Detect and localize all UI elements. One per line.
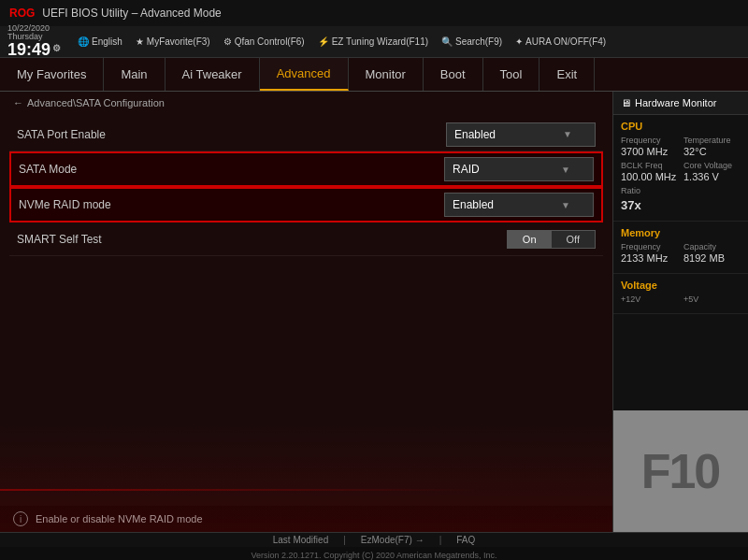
- nav-boot[interactable]: Boot: [424, 58, 483, 91]
- hw-cpu-temp: Temperature 32°C: [683, 136, 741, 158]
- hw-core-voltage-label: Core Voltage: [683, 161, 741, 171]
- hw-ratio: Ratio 37x: [621, 186, 741, 212]
- hw-cpu-temp-label: Temperature: [683, 136, 741, 146]
- f10-overlay[interactable]: F10: [612, 410, 748, 532]
- setting-smart-test: SMART Self Test On Off: [9, 223, 603, 256]
- info-text: Enable or disable NVMe RAID mode: [36, 513, 203, 524]
- hw-voltage-row1: +12V +5V: [621, 294, 741, 305]
- content-area: ← Advanced\SATA Configuration SATA Port …: [0, 92, 748, 532]
- language-btn[interactable]: 🌐 English: [78, 36, 122, 47]
- faq-label: FAQ: [456, 535, 475, 545]
- smart-toggle-control[interactable]: On Off: [507, 230, 596, 249]
- star-icon: ★: [136, 36, 144, 47]
- breadcrumb-path: Advanced\SATA Configuration: [27, 97, 165, 108]
- hw-cpu-row2: BCLK Freq 100.00 MHz Core Voltage 1.336 …: [621, 161, 741, 183]
- copyright-bar: Version 2.20.1271. Copyright (C) 2020 Am…: [0, 547, 748, 560]
- dropdown-arrow: ▼: [561, 165, 570, 175]
- globe-icon: 🌐: [78, 36, 89, 47]
- dropdown-arrow: ▼: [563, 129, 572, 139]
- hw-mem-cap-label: Capacity: [683, 242, 741, 252]
- last-modified-label: Last Modified: [273, 535, 328, 545]
- sata-port-control[interactable]: Enabled ▼: [446, 122, 596, 147]
- setting-label-nvme-raid: NVMe RAID mode: [19, 198, 444, 211]
- hw-cpu-temp-value: 32°C: [683, 146, 741, 158]
- toggle-on-btn[interactable]: On: [508, 231, 552, 248]
- aura-btn[interactable]: ✦ AURA ON/OFF(F4): [515, 36, 606, 47]
- nav-my-favorites[interactable]: My Favorites: [0, 58, 104, 91]
- main-nav: My Favorites Main Ai Tweaker Advanced Mo…: [0, 58, 748, 92]
- hw-mem-cap-value: 8192 MB: [683, 252, 741, 265]
- status-sep2: |: [439, 535, 442, 545]
- copyright-text: Version 2.20.1271. Copyright (C) 2020 Am…: [251, 551, 496, 560]
- ez-mode-btn[interactable]: EzMode(F7) →: [361, 535, 424, 545]
- setting-nvme-raid: NVMe RAID mode Enabled ▼: [9, 187, 603, 223]
- nav-exit[interactable]: Exit: [539, 58, 595, 91]
- hw-5v: +5V: [683, 294, 741, 305]
- breadcrumb: ← Advanced\SATA Configuration: [0, 92, 612, 114]
- nav-advanced[interactable]: Advanced: [260, 58, 349, 91]
- hardware-monitor-panel: 🖥 Hardware Monitor CPU Frequency 3700 MH…: [612, 92, 748, 532]
- hw-mem-freq-value: 2133 MHz: [621, 252, 678, 265]
- dropdown-arrow: ▼: [561, 200, 570, 210]
- status-sep1: |: [343, 535, 346, 545]
- sata-mode-dropdown[interactable]: RAID ▼: [444, 157, 594, 181]
- toggle-off-btn[interactable]: Off: [552, 231, 595, 248]
- setting-label-smart: SMART Self Test: [17, 233, 507, 246]
- hw-core-voltage: Core Voltage 1.336 V: [683, 161, 741, 183]
- ez-icon: ⚡: [318, 36, 329, 47]
- hw-bclk-value: 100.00 MHz: [621, 171, 678, 183]
- hw-12v-label: +12V: [621, 294, 678, 305]
- datetime-display: 10/22/2020Thursday 19:49 ⚙: [7, 24, 61, 60]
- hw-cpu-freq: Frequency 3700 MHz: [621, 136, 678, 158]
- hw-mem-cap: Capacity 8192 MB: [683, 242, 741, 265]
- back-arrow[interactable]: ←: [13, 97, 23, 108]
- hw-cpu-row3: Ratio 37x: [621, 186, 741, 212]
- hw-cpu-freq-label: Frequency: [621, 136, 678, 146]
- qfan-btn[interactable]: ⚙ Qfan Control(F6): [223, 36, 305, 47]
- nav-ai-tweaker[interactable]: Ai Tweaker: [165, 58, 260, 91]
- info-bar: i Enable or disable NVMe RAID mode: [0, 506, 612, 532]
- info-icon: i: [13, 511, 28, 526]
- titlebar: ROG UEFI BIOS Utility – Advanced Mode: [0, 0, 748, 26]
- hw-mem-freq-label: Frequency: [621, 242, 678, 252]
- hw-ratio-value: 37x: [621, 198, 741, 212]
- smart-toggle[interactable]: On Off: [507, 230, 596, 249]
- hw-memory-section: Memory Frequency 2133 MHz Capacity 8192 …: [613, 222, 748, 274]
- nav-monitor[interactable]: Monitor: [349, 58, 424, 91]
- settings-icon[interactable]: ⚙: [52, 43, 61, 53]
- hw-voltage-section: Voltage +12V +5V: [613, 274, 748, 314]
- hw-cpu-row1: Frequency 3700 MHz Temperature 32°C: [621, 136, 741, 158]
- aura-icon: ✦: [515, 36, 523, 47]
- nav-main[interactable]: Main: [104, 58, 165, 91]
- monitor-icon: 🖥: [621, 97, 631, 108]
- red-accent: [0, 489, 477, 491]
- nvme-raid-control[interactable]: Enabled ▼: [444, 193, 594, 217]
- rog-logo: ROG: [9, 7, 35, 20]
- hw-cpu-section: CPU Frequency 3700 MHz Temperature 32°C …: [613, 115, 748, 222]
- nav-tool[interactable]: Tool: [483, 58, 540, 91]
- nvme-raid-dropdown[interactable]: Enabled ▼: [444, 193, 594, 217]
- ez-tuning-btn[interactable]: ⚡ EZ Tuning Wizard(F11): [318, 36, 428, 47]
- hw-bclk: BCLK Freq 100.00 MHz: [621, 161, 678, 183]
- hw-voltage-title: Voltage: [621, 280, 741, 291]
- search-btn[interactable]: 🔍 Search(F9): [441, 36, 502, 47]
- main-panel: ← Advanced\SATA Configuration SATA Port …: [0, 92, 612, 532]
- hw-cpu-freq-value: 3700 MHz: [621, 146, 678, 158]
- setting-sata-mode: SATA Mode RAID ▼: [9, 151, 603, 187]
- date-display: 10/22/2020Thursday: [7, 24, 61, 41]
- hw-monitor-title: 🖥 Hardware Monitor: [613, 92, 748, 115]
- settings-table: SATA Port Enable Enabled ▼ SATA Mode RAI…: [9, 118, 603, 256]
- hw-core-voltage-value: 1.336 V: [683, 171, 741, 183]
- hw-5v-label: +5V: [683, 294, 741, 305]
- myfavorite-btn[interactable]: ★ MyFavorite(F3): [136, 36, 210, 47]
- hw-12v: +12V: [621, 294, 678, 305]
- f10-label: F10: [641, 443, 720, 499]
- sata-mode-control[interactable]: RAID ▼: [444, 157, 594, 181]
- hw-cpu-title: CPU: [621, 121, 741, 132]
- setting-label-sata-mode: SATA Mode: [19, 163, 444, 176]
- fan-icon: ⚙: [223, 36, 232, 47]
- hw-mem-freq: Frequency 2133 MHz: [621, 242, 678, 265]
- toolbar: 10/22/2020Thursday 19:49 ⚙ 🌐 English ★ M…: [0, 26, 748, 58]
- hw-bclk-label: BCLK Freq: [621, 161, 678, 171]
- sata-port-dropdown[interactable]: Enabled ▼: [446, 122, 596, 147]
